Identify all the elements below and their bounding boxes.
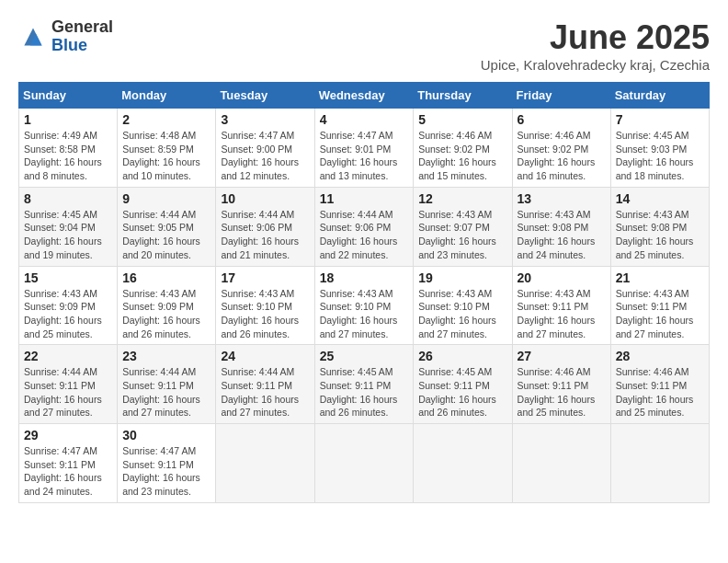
col-wednesday: Wednesday xyxy=(314,83,414,109)
day-number: 23 xyxy=(122,349,210,363)
day-info: Sunrise: 4:47 AMSunset: 9:11 PMDaylight:… xyxy=(122,445,200,497)
day-number: 19 xyxy=(418,270,506,285)
logo-text: General Blue xyxy=(51,18,113,55)
calendar-cell: 29 Sunrise: 4:47 AMSunset: 9:11 PMDaylig… xyxy=(19,424,118,503)
day-info: Sunrise: 4:46 AMSunset: 9:11 PMDaylight:… xyxy=(616,366,694,418)
day-number: 29 xyxy=(24,428,112,442)
calendar-cell: 23 Sunrise: 4:44 AMSunset: 9:11 PMDaylig… xyxy=(118,345,216,424)
day-number: 21 xyxy=(616,270,704,285)
calendar-cell: 15 Sunrise: 4:43 AMSunset: 9:09 PMDaylig… xyxy=(19,266,118,345)
header-row: Sunday Monday Tuesday Wednesday Thursday… xyxy=(19,83,710,109)
day-info: Sunrise: 4:44 AMSunset: 9:11 PMDaylight:… xyxy=(221,366,299,418)
day-number: 5 xyxy=(418,112,506,127)
calendar-cell: 22 Sunrise: 4:44 AMSunset: 9:11 PMDaylig… xyxy=(19,345,118,424)
day-number: 28 xyxy=(616,349,704,363)
calendar-cell: 2 Sunrise: 4:48 AMSunset: 8:59 PMDayligh… xyxy=(118,109,216,188)
calendar-cell: 5 Sunrise: 4:46 AMSunset: 9:02 PMDayligh… xyxy=(414,109,512,188)
day-number: 25 xyxy=(320,349,409,363)
day-number: 14 xyxy=(616,191,704,206)
day-number: 18 xyxy=(320,270,409,285)
day-number: 9 xyxy=(122,191,210,206)
day-number: 7 xyxy=(616,112,704,127)
calendar-cell: 24 Sunrise: 4:44 AMSunset: 9:11 PMDaylig… xyxy=(216,345,314,424)
month-title: June 2025 xyxy=(481,18,710,57)
day-number: 17 xyxy=(221,270,309,285)
col-saturday: Saturday xyxy=(610,83,709,109)
day-number: 6 xyxy=(518,112,606,127)
col-monday: Monday xyxy=(118,83,216,109)
calendar-row: 29 Sunrise: 4:47 AMSunset: 9:11 PMDaylig… xyxy=(19,424,710,503)
day-info: Sunrise: 4:47 AMSunset: 9:00 PMDaylight:… xyxy=(221,130,299,181)
calendar-cell: 17 Sunrise: 4:43 AMSunset: 9:10 PMDaylig… xyxy=(216,266,314,345)
calendar-cell: 14 Sunrise: 4:43 AMSunset: 9:08 PMDaylig… xyxy=(610,187,709,266)
day-number: 20 xyxy=(518,270,606,285)
calendar-cell: 8 Sunrise: 4:45 AMSunset: 9:04 PMDayligh… xyxy=(19,187,118,266)
page-header: General Blue June 2025 Upice, Kralovehra… xyxy=(18,18,710,73)
logo: General Blue xyxy=(18,18,113,55)
day-number: 1 xyxy=(24,112,112,127)
calendar-cell xyxy=(216,424,314,503)
day-info: Sunrise: 4:44 AMSunset: 9:11 PMDaylight:… xyxy=(24,366,102,418)
calendar-row: 22 Sunrise: 4:44 AMSunset: 9:11 PMDaylig… xyxy=(19,345,710,424)
calendar-cell: 30 Sunrise: 4:47 AMSunset: 9:11 PMDaylig… xyxy=(118,424,216,503)
day-info: Sunrise: 4:45 AMSunset: 9:04 PMDaylight:… xyxy=(24,209,102,260)
calendar-cell: 4 Sunrise: 4:47 AMSunset: 9:01 PMDayligh… xyxy=(314,109,414,188)
calendar-table: Sunday Monday Tuesday Wednesday Thursday… xyxy=(18,82,710,503)
calendar-cell xyxy=(512,424,610,503)
location-subtitle: Upice, Kralovehradecky kraj, Czechia xyxy=(481,57,710,73)
calendar-row: 8 Sunrise: 4:45 AMSunset: 9:04 PMDayligh… xyxy=(19,187,710,266)
day-number: 3 xyxy=(221,112,309,127)
calendar-cell: 27 Sunrise: 4:46 AMSunset: 9:11 PMDaylig… xyxy=(512,345,610,424)
day-number: 30 xyxy=(122,428,210,442)
day-info: Sunrise: 4:46 AMSunset: 9:02 PMDaylight:… xyxy=(418,130,496,181)
calendar-cell: 11 Sunrise: 4:44 AMSunset: 9:06 PMDaylig… xyxy=(314,187,414,266)
calendar-cell: 21 Sunrise: 4:43 AMSunset: 9:11 PMDaylig… xyxy=(610,266,709,345)
day-info: Sunrise: 4:43 AMSunset: 9:08 PMDaylight:… xyxy=(616,209,694,260)
calendar-cell: 3 Sunrise: 4:47 AMSunset: 9:00 PMDayligh… xyxy=(216,109,314,188)
day-number: 15 xyxy=(24,270,112,285)
day-info: Sunrise: 4:46 AMSunset: 9:02 PMDaylight:… xyxy=(518,130,596,181)
day-info: Sunrise: 4:44 AMSunset: 9:11 PMDaylight:… xyxy=(122,366,200,418)
col-thursday: Thursday xyxy=(414,83,512,109)
logo-icon xyxy=(18,22,48,52)
day-info: Sunrise: 4:44 AMSunset: 9:05 PMDaylight:… xyxy=(122,209,200,260)
day-info: Sunrise: 4:43 AMSunset: 9:07 PMDaylight:… xyxy=(418,209,496,260)
day-number: 24 xyxy=(221,349,309,363)
col-friday: Friday xyxy=(512,83,610,109)
calendar-cell xyxy=(414,424,512,503)
day-info: Sunrise: 4:43 AMSunset: 9:09 PMDaylight:… xyxy=(122,288,200,339)
day-info: Sunrise: 4:43 AMSunset: 9:09 PMDaylight:… xyxy=(24,288,102,339)
calendar-cell: 28 Sunrise: 4:46 AMSunset: 9:11 PMDaylig… xyxy=(610,345,709,424)
calendar-cell: 20 Sunrise: 4:43 AMSunset: 9:11 PMDaylig… xyxy=(512,266,610,345)
calendar-cell: 10 Sunrise: 4:44 AMSunset: 9:06 PMDaylig… xyxy=(216,187,314,266)
day-info: Sunrise: 4:48 AMSunset: 8:59 PMDaylight:… xyxy=(122,130,200,181)
col-tuesday: Tuesday xyxy=(216,83,314,109)
day-info: Sunrise: 4:45 AMSunset: 9:11 PMDaylight:… xyxy=(418,366,496,418)
day-info: Sunrise: 4:43 AMSunset: 9:10 PMDaylight:… xyxy=(221,288,299,339)
day-info: Sunrise: 4:44 AMSunset: 9:06 PMDaylight:… xyxy=(320,209,398,260)
day-info: Sunrise: 4:47 AMSunset: 9:11 PMDaylight:… xyxy=(24,445,102,497)
calendar-row: 15 Sunrise: 4:43 AMSunset: 9:09 PMDaylig… xyxy=(19,266,710,345)
day-info: Sunrise: 4:43 AMSunset: 9:10 PMDaylight:… xyxy=(418,288,496,339)
day-info: Sunrise: 4:43 AMSunset: 9:08 PMDaylight:… xyxy=(518,209,596,260)
day-number: 27 xyxy=(518,349,606,363)
logo-general: General xyxy=(51,18,113,37)
calendar-cell: 12 Sunrise: 4:43 AMSunset: 9:07 PMDaylig… xyxy=(414,187,512,266)
col-sunday: Sunday xyxy=(19,83,118,109)
day-number: 8 xyxy=(24,191,112,206)
day-number: 2 xyxy=(122,112,210,127)
day-info: Sunrise: 4:43 AMSunset: 9:11 PMDaylight:… xyxy=(518,288,596,339)
logo-blue: Blue xyxy=(51,37,113,55)
calendar-cell: 18 Sunrise: 4:43 AMSunset: 9:10 PMDaylig… xyxy=(314,266,414,345)
calendar-cell: 6 Sunrise: 4:46 AMSunset: 9:02 PMDayligh… xyxy=(512,109,610,188)
day-info: Sunrise: 4:43 AMSunset: 9:11 PMDaylight:… xyxy=(616,288,694,339)
day-info: Sunrise: 4:44 AMSunset: 9:06 PMDaylight:… xyxy=(221,209,299,260)
day-number: 10 xyxy=(221,191,309,206)
day-number: 26 xyxy=(418,349,506,363)
title-area: June 2025 Upice, Kralovehradecky kraj, C… xyxy=(481,18,710,73)
calendar-row: 1 Sunrise: 4:49 AMSunset: 8:58 PMDayligh… xyxy=(19,109,710,188)
calendar-cell: 16 Sunrise: 4:43 AMSunset: 9:09 PMDaylig… xyxy=(118,266,216,345)
day-info: Sunrise: 4:45 AMSunset: 9:11 PMDaylight:… xyxy=(320,366,398,418)
day-number: 11 xyxy=(320,191,409,206)
day-number: 16 xyxy=(122,270,210,285)
